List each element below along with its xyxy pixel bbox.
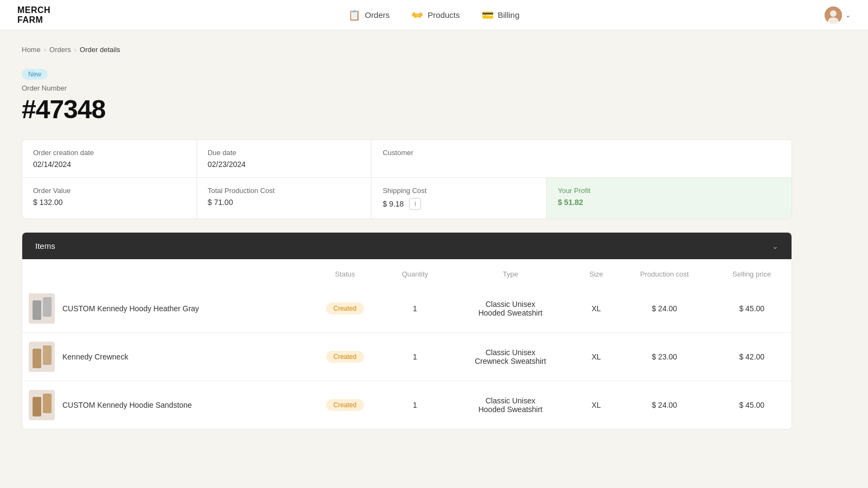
item-production-cost: $ 23.00: [617, 333, 712, 381]
breadcrumb-orders[interactable]: Orders: [49, 46, 71, 54]
user-menu[interactable]: ⌄: [825, 7, 851, 24]
items-table: Status Quantity Type Size Production cos…: [22, 259, 792, 429]
product-cell: Kennedy Crewneck: [29, 342, 299, 372]
col-header-selling-price: Selling price: [712, 259, 792, 285]
col-header-production-cost: Production cost: [617, 259, 712, 285]
avatar: [825, 7, 842, 24]
col-header-status: Status: [305, 259, 385, 285]
production-cost-value: $ 71.00: [208, 198, 361, 207]
header: MERCH FARM 📋 Orders 👐 Products 💳 Billing…: [0, 0, 868, 30]
col-header-type: Type: [445, 259, 576, 285]
breadcrumb-sep2: ›: [74, 46, 76, 54]
status-badge: Created: [326, 351, 365, 363]
logo[interactable]: MERCH FARM: [17, 5, 50, 24]
item-quantity: 1: [385, 333, 445, 381]
product-thumbnail: [29, 293, 55, 324]
status-badge: New: [22, 69, 48, 80]
table-row: CUSTOM Kennedy Hoodie Sandstone Created …: [22, 381, 792, 429]
item-quantity: 1: [385, 285, 445, 333]
production-cost-card: Total Production Cost $ 71.00: [197, 178, 372, 219]
item-production-cost: $ 24.00: [617, 381, 712, 429]
profit-card: Your Profit $ 51.82: [547, 178, 792, 219]
item-size: XL: [576, 333, 617, 381]
product-thumbnail: [29, 390, 55, 420]
items-header[interactable]: Items ⌄: [22, 233, 792, 259]
items-section: Items ⌄ Status Quantity Type Size Produc…: [22, 232, 792, 429]
creation-date-value: 02/14/2024: [33, 160, 186, 169]
breadcrumb-sep1: ›: [44, 46, 46, 54]
product-cell: CUSTOM Kennedy Hoody Heather Gray: [29, 293, 299, 324]
order-info-grid: Order creation date 02/14/2024 Due date …: [22, 139, 792, 219]
nav-products[interactable]: 👐 Products: [411, 9, 459, 21]
table-row: CUSTOM Kennedy Hoody Heather Gray Create…: [22, 285, 792, 333]
shipping-cost-card: Shipping Cost $ 9.18 i: [372, 178, 547, 219]
breadcrumb-home[interactable]: Home: [22, 46, 41, 54]
billing-icon: 💳: [482, 9, 494, 21]
breadcrumb-current: Order details: [80, 46, 120, 54]
shipping-cost-value: $ 9.18 i: [382, 198, 535, 210]
products-icon: 👐: [411, 9, 423, 21]
order-number: #47348: [22, 94, 792, 124]
product-name: CUSTOM Kennedy Hoodie Sandstone: [62, 401, 192, 409]
main-nav: 📋 Orders 👐 Products 💳 Billing: [348, 9, 519, 21]
item-type: Classic UnisexHooded Sweatshirt: [445, 285, 576, 333]
production-cost-label: Total Production Cost: [208, 187, 361, 195]
shipping-cost-label: Shipping Cost: [382, 187, 535, 195]
order-value-card: Order Value $ 132.00: [22, 178, 197, 219]
col-header-quantity: Quantity: [385, 259, 445, 285]
col-header-name: [22, 259, 305, 285]
breadcrumb: Home › Orders › Order details: [22, 46, 792, 54]
chevron-down-icon: ⌄: [845, 11, 851, 19]
table-row: Kennedy Crewneck Created 1 Classic Unise…: [22, 333, 792, 381]
status-badge: Created: [326, 399, 365, 411]
product-cell: CUSTOM Kennedy Hoodie Sandstone: [29, 390, 299, 420]
creation-date-card: Order creation date 02/14/2024: [22, 139, 197, 178]
item-quantity: 1: [385, 381, 445, 429]
item-size: XL: [576, 381, 617, 429]
item-type: Classic UnisexHooded Sweatshirt: [445, 381, 576, 429]
order-number-label: Order Number: [22, 84, 792, 92]
col-header-size: Size: [576, 259, 617, 285]
item-status: Created: [305, 333, 385, 381]
customer-card: Customer: [372, 139, 792, 178]
item-size: XL: [576, 285, 617, 333]
items-collapse-icon: ⌄: [772, 242, 778, 251]
item-status: Created: [305, 381, 385, 429]
creation-date-label: Order creation date: [33, 149, 186, 157]
product-name: Kennedy Crewneck: [62, 352, 128, 361]
profit-value: $ 51.82: [558, 198, 781, 207]
items-header-label: Items: [35, 241, 55, 251]
status-badge: Created: [326, 303, 365, 314]
item-selling-price: $ 45.00: [712, 285, 792, 333]
orders-icon: 📋: [348, 9, 360, 21]
nav-billing[interactable]: 💳 Billing: [482, 9, 520, 21]
due-date-value: 02/23/2024: [208, 160, 361, 169]
customer-label: Customer: [382, 149, 781, 157]
item-selling-price: $ 45.00: [712, 381, 792, 429]
order-value-value: $ 132.00: [33, 198, 186, 207]
profit-label: Your Profit: [558, 187, 781, 195]
product-thumbnail: [29, 342, 55, 372]
item-status: Created: [305, 285, 385, 333]
item-selling-price: $ 42.00: [712, 333, 792, 381]
due-date-card: Due date 02/23/2024: [197, 139, 372, 178]
main-content: Home › Orders › Order details New Order …: [0, 30, 814, 445]
item-production-cost: $ 24.00: [617, 285, 712, 333]
nav-orders[interactable]: 📋 Orders: [348, 9, 390, 21]
svg-point-1: [830, 10, 837, 17]
order-value-label: Order Value: [33, 187, 186, 195]
due-date-label: Due date: [208, 149, 361, 157]
product-name: CUSTOM Kennedy Hoody Heather Gray: [62, 304, 199, 313]
info-icon[interactable]: i: [409, 198, 421, 210]
item-type: Classic UnisexCrewneck Sweatshirt: [445, 333, 576, 381]
